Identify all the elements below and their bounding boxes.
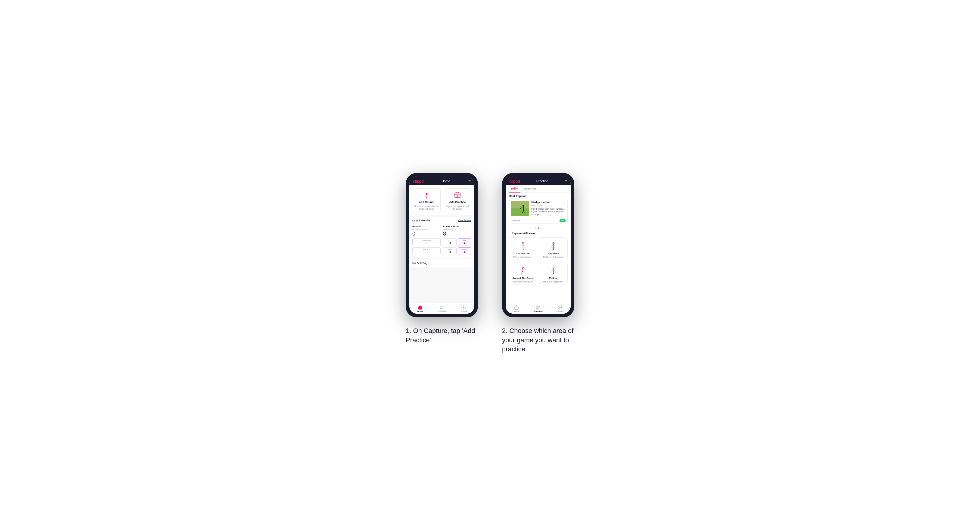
nav-capture[interactable]: Capture [453,305,474,313]
drills-title: Practice Drills [443,225,471,228]
off-the-tee-svg [517,241,529,250]
nav-activities-label: Activities [438,310,446,313]
svg-rect-10 [511,201,529,208]
svg-point-27 [553,273,554,274]
calendar-heart-icon [454,192,461,199]
practice-value: 0 [414,250,439,254]
putt-value: 4 [459,250,470,254]
flag-icon [423,192,430,199]
phone2-logo: clippd [509,179,520,184]
featured-card[interactable]: Wedge Ladder 50–100 yds Play 1 shot at e… [509,199,568,224]
featured-card-inner: Wedge Ladder 50–100 yds Play 1 shot at e… [509,199,567,218]
skill-grid: Off The Tee Power and accuracy [509,237,568,285]
phones-container: clippd Home ≡ [406,173,574,354]
drills-row1: OTT 0 APP 4 [443,238,471,246]
shots-count: ⏱ 9 shots [511,220,520,222]
phone2-caption: 2. Choose which area of your game you wa… [502,326,574,354]
explore-title: Explore skill areas [509,230,568,236]
skill-approach[interactable]: Approach Dial-in to hit the green [539,237,568,260]
tab-drills[interactable]: Drills [509,185,520,192]
nav2-activities[interactable]: Activities [527,305,549,313]
off-the-tee-desc: Power and accuracy [514,256,533,258]
clock-icon-sm: ⏱ [511,220,513,222]
nav2-home[interactable]: Home [506,305,527,313]
quick-actions-row: Add Round Record your shots fast or enha… [409,185,474,215]
view-activity-link[interactable]: View Activity [458,219,471,222]
app-value: 4 [459,241,470,245]
phone2-header-title: Practice [536,179,548,183]
ott-box: OTT 0 [443,238,457,246]
skill-around-the-green[interactable]: Around The Green Hone your short game [509,262,537,285]
add-practice-desc: Capture your practice off-the-course [445,205,470,210]
atg-icon-area [517,265,530,276]
add-practice-card[interactable]: Add Practice Capture your practice off-t… [443,188,472,213]
most-popular-title: Most Popular [506,193,571,199]
rounds-total: 0 [412,231,441,237]
nav-capture-label: Capture [460,310,468,313]
approach-desc: Dial-in to hit the green [543,256,563,258]
stats-header: Last 3 Months View Activity [409,217,474,223]
nav-home[interactable]: Home [409,305,431,313]
phone1-section: clippd Home ≡ [406,173,478,345]
phone1-bottom-nav: Home Activities Capt [409,303,474,314]
ott-value: 0 [445,241,455,245]
golf-bag-label: My Golf Bag [412,262,427,265]
app-box: APP 4 [458,238,471,246]
drills-total: 8 [443,231,471,237]
phone2-bottom-nav: Home Activities Capt [506,303,571,314]
card-footer: ⏱ 9 shots APP [509,218,567,224]
stats-grid: Rounds Rounds Capture 0 Tournament 0 Pra… [409,223,474,257]
add-round-title: Add Round [419,201,434,204]
star-icon[interactable]: ☆ [563,201,566,204]
svg-rect-2 [455,193,460,198]
svg-point-11 [522,205,524,206]
phone1-menu-icon[interactable]: ≡ [468,179,471,183]
nav2-capture-label: Capture [556,310,564,313]
svg-point-25 [553,267,554,268]
atg-title: Around The Green [512,277,533,279]
phone2: clippd Practice ≡ Drills Favourites Most… [502,173,574,317]
skill-putting[interactable]: Putting Make and lag practice [539,262,568,285]
featured-subtitle: 50–100 yds [531,205,566,206]
approach-icon-area [547,240,560,251]
drills-sub-stats: OTT 0 APP 4 [443,238,471,255]
putting-desc: Make and lag practice [543,281,563,283]
svg-point-18 [522,248,524,250]
app-badge: APP [560,219,566,222]
drills-col: Practice Drills Drills Capture 8 OTT 0 [443,225,471,255]
activities2-icon [536,305,541,310]
nav-activities[interactable]: Activities [431,305,453,313]
rounds-col: Rounds Rounds Capture 0 Tournament 0 Pra… [412,225,441,255]
carousel-dots [506,226,571,230]
add-round-icon-area [422,191,430,199]
nav-home-label: Home [417,310,423,313]
skill-off-the-tee[interactable]: Off The Tee Power and accuracy [509,237,537,260]
arg-box: ARG 0 [443,247,457,255]
featured-desc: Play 1 shot at each target yardage. If y… [531,208,566,216]
svg-point-20 [553,248,554,250]
tab-favourites[interactable]: Favourites [520,185,539,192]
add-round-card[interactable]: Add Round Record your shots fast or enha… [412,188,441,213]
approach-title: Approach [548,252,559,255]
putting-icon-area [547,265,560,276]
nav2-capture[interactable]: Capture [549,305,571,313]
arg-value: 0 [445,250,455,254]
dot-3 [540,227,542,229]
dot-2 [538,227,539,229]
nav2-activities-label: Activities [533,310,542,313]
phone2-header: clippd Practice ≡ [506,176,571,185]
phone2-content: Most Popular [506,193,571,303]
phone2-screen: clippd Practice ≡ Drills Favourites Most… [506,176,571,314]
phone2-menu-icon[interactable]: ≡ [565,179,567,183]
add-practice-icon-area [453,191,462,199]
rounds-title: Rounds [412,225,441,228]
off-the-tee-icon-area [517,240,530,251]
off-the-tee-title: Off The Tee [517,252,530,255]
golf-bag-row[interactable]: My Golf Bag › [409,259,474,267]
phone2-section: clippd Practice ≡ Drills Favourites Most… [502,173,574,354]
phone1-screen: clippd Home ≡ [409,176,474,314]
explore-section: Explore skill areas [506,230,571,285]
capture2-icon [557,305,562,310]
phone1-header-title: Home [442,179,450,183]
capture-icon [461,305,466,310]
